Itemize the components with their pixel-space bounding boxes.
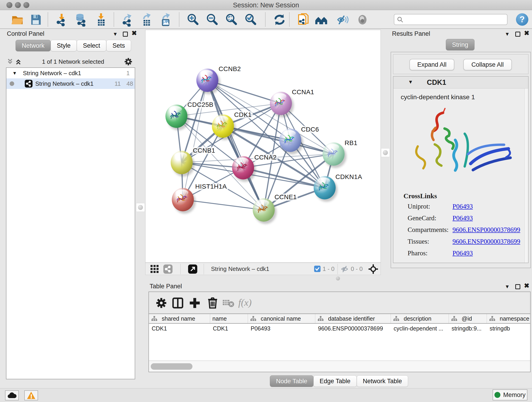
tab-network-table[interactable]: Network Table [357,375,408,387]
crosslink-link[interactable]: 9606.ENSP00000378699 [452,238,520,249]
collapse-panel-icon[interactable]: ▼ [505,31,510,38]
collapse-panel-icon[interactable]: ▼ [113,31,118,38]
crosslink-link[interactable]: P06493 [452,203,473,214]
open-in-window-icon[interactable] [188,264,197,274]
import-network-file-icon[interactable] [55,13,69,27]
column-header-database-identifier[interactable]: database identifier [315,314,391,323]
table-cell[interactable]: stringdb:9... [449,324,487,333]
add-column-icon[interactable] [188,296,202,310]
close-panel-icon[interactable]: ✖ [132,30,137,37]
tab-sets[interactable]: Sets [106,40,131,51]
import-string-document-icon[interactable] [297,13,310,27]
node-CDK1[interactable] [212,114,234,138]
gear-icon[interactable] [124,57,133,66]
zoom-fit-icon[interactable] [225,13,238,27]
edge-CCNE1-HIST1H1A[interactable] [183,200,264,210]
crosslink-link[interactable]: P06493 [452,249,473,261]
collapse-all-button[interactable]: Collapse All [463,59,512,70]
home-networks-icon[interactable] [314,13,328,27]
delete-column-trash-icon[interactable] [206,296,220,310]
open-folder-icon[interactable] [11,13,24,27]
show-eye-icon[interactable] [355,13,369,27]
node-CCNB2[interactable] [196,69,218,92]
expand-all-button[interactable]: Expand All [409,59,454,70]
table-settings-gear-icon[interactable] [154,296,168,310]
edge-CCNB2-HIST1H1A[interactable] [183,80,207,200]
memory-button[interactable]: Memory [493,389,527,400]
import-table-icon[interactable] [94,13,108,27]
results-scrollbar[interactable] [525,89,528,263]
column-header-description[interactable]: description [391,314,449,323]
help-icon[interactable]: ? [516,13,528,26]
grid-view-icon[interactable] [150,264,159,274]
horizontal-splitter-handle[interactable] [336,276,340,281]
node-CDC6[interactable] [279,128,301,152]
right-splitter-handle[interactable] [381,148,390,157]
table-cell[interactable]: 9606.ENSP00000378699 [315,324,391,333]
collapse-section-icon[interactable]: ▼ [408,79,413,85]
table-cell[interactable]: P06493 [248,324,315,333]
tab-style[interactable]: Style [51,40,77,51]
delete-table-icon[interactable] [221,296,235,310]
tab-edge-table[interactable]: Edge Table [313,375,357,387]
tab-network[interactable]: Network [16,40,51,51]
close-panel-icon[interactable]: ✖ [524,282,529,289]
node-CCNA2[interactable] [232,156,254,179]
node-CCNB1[interactable] [171,151,193,174]
node-RB1[interactable] [323,142,345,166]
import-network-database-icon[interactable] [74,13,88,27]
table-cell[interactable]: stringdb [487,324,531,333]
tab-string[interactable]: String [446,39,475,51]
column-header--id[interactable]: @id [449,314,487,323]
node-CCNA1[interactable] [270,92,292,115]
float-panel-icon[interactable] [515,31,520,38]
export-image-icon[interactable] [159,13,173,27]
show-columns-icon[interactable] [171,296,185,310]
node-CDKN1A[interactable] [314,176,336,199]
table-cell[interactable]: cyclin-dependent ... [391,324,449,333]
refresh-icon[interactable] [273,13,286,27]
tab-node-table[interactable]: Node Table [270,375,313,387]
node-CCNE1[interactable] [253,198,275,222]
gene-section-header[interactable]: ▼ CDK1 [393,77,528,89]
column-header-name[interactable]: name [210,314,248,323]
edge-CCNB2-CCNA1[interactable] [207,80,281,103]
table-horizontal-scrollbar[interactable] [149,361,530,372]
search-input[interactable] [404,15,507,24]
collapse-all-chevron-icon[interactable] [14,58,22,65]
network-row[interactable]: String Network – cdk1 11 48 [6,78,135,89]
node-HIST1H1A[interactable] [172,188,194,211]
left-splitter-handle[interactable] [136,203,145,212]
table-cell[interactable]: CDK1 [149,324,210,333]
table-row[interactable]: CDK1CDK1P064939606.ENSP00000378699cyclin… [149,324,530,333]
network-share-icon[interactable] [163,264,172,274]
float-panel-icon[interactable] [123,31,128,38]
node-CDC25B[interactable] [165,104,187,128]
table-cell[interactable]: CDK1 [210,324,248,333]
export-table-icon[interactable] [140,13,153,27]
scrollbar-thumb[interactable] [151,363,192,370]
column-header-shared-name[interactable]: shared name [149,314,210,323]
network-canvas[interactable]: CCNB2CCNA1CDC25BCDK1CDC6RB1CCNB1CCNA2CDK… [145,30,381,263]
network-collection-row[interactable]: ▼ String Network – cdk1 1 [6,68,135,78]
close-panel-icon[interactable]: ✖ [524,30,529,37]
tree-expand-icon[interactable]: ▼ [12,70,17,76]
crosslink-link[interactable]: 9606.ENSP00000378699 [452,226,520,238]
tab-select[interactable]: Select [77,40,106,51]
birds-eye-crosshair-icon[interactable] [368,264,378,275]
float-panel-icon[interactable] [515,283,520,291]
zoom-out-icon[interactable] [205,13,219,27]
selected-checkbox-icon[interactable] [314,266,321,273]
column-header-namespace[interactable]: namespace [487,314,531,323]
function-builder-icon[interactable]: f(x) [238,297,252,308]
expand-all-chevron-icon[interactable] [6,58,14,65]
export-network-icon[interactable] [121,13,135,27]
warning-icon[interactable] [24,390,38,400]
save-floppy-icon[interactable] [29,13,43,27]
hide-eye-slash-icon[interactable] [336,13,350,27]
crosslink-link[interactable]: P06493 [452,214,473,226]
collapse-panel-icon[interactable]: ▼ [505,283,510,290]
column-header-canonical-name[interactable]: canonical name [248,314,315,323]
cloud-icon[interactable] [5,390,19,400]
zoom-in-icon[interactable] [186,13,200,27]
